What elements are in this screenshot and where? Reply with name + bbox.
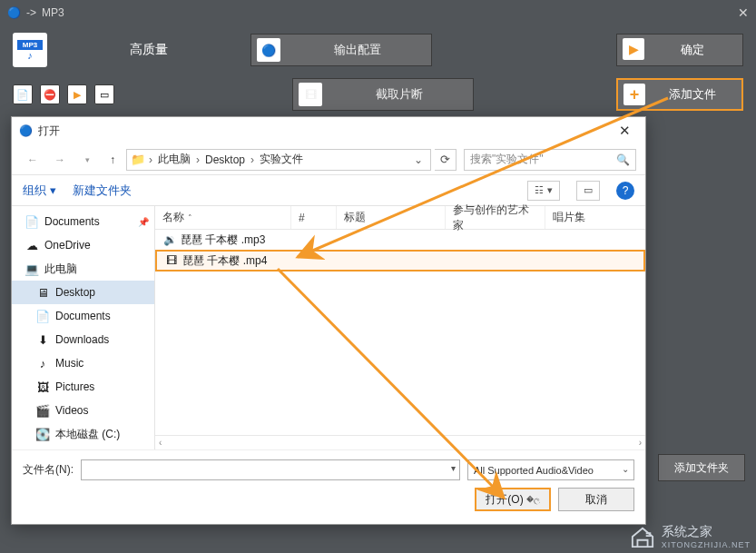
add-folder-button[interactable]: 添加文件夹 — [658, 454, 745, 481]
vid-icon: 🎬 — [35, 404, 50, 418]
desktop-icon: 🖥 — [35, 286, 50, 300]
folder-icon: 📁 — [131, 153, 145, 166]
file-row[interactable]: 🎞琵琶 千本樱 .mp4 — [155, 250, 645, 272]
confirm-label: 确定 — [681, 42, 704, 58]
col-title[interactable]: 标题 — [337, 206, 446, 229]
audio-file-icon: 🔉 — [162, 233, 177, 246]
disk-icon: 💽 — [35, 428, 50, 441]
file-name: 琵琶 千本樱 .mp4 — [182, 253, 267, 269]
down-icon: ⬇ — [35, 333, 50, 347]
help-button[interactable]: ? — [616, 182, 634, 200]
file-list-header[interactable]: 名称˄ # 标题 参与创作的艺术家 唱片集 — [155, 206, 645, 230]
dialog-body: 📄Documents📌☁OneDrive💻此电脑🖥Desktop📄Documen… — [12, 206, 645, 449]
nav-back-button[interactable]: ← — [21, 149, 44, 171]
dialog-icon: 🔵 — [19, 124, 33, 137]
tree-item-c[interactable]: 💽本地磁盘 (C:) — [12, 422, 154, 446]
watermark: 系统之家 XITONGZHIJIA.NET — [629, 524, 751, 549]
title-format: MP3 — [42, 6, 64, 19]
doc-icon: 📄 — [35, 310, 50, 323]
add-file-button[interactable]: + 添加文件 — [616, 78, 743, 111]
organize-menu[interactable]: 组织 ▾ — [23, 183, 56, 199]
watermark-sub: XITONGZHIJIA.NET — [662, 540, 751, 549]
app-close-button[interactable]: ✕ — [738, 5, 749, 20]
pc-icon: 💻 — [25, 262, 39, 276]
search-icon: 🔍 — [616, 153, 630, 166]
tree-item-documents[interactable]: 📄Documents📌 — [12, 210, 154, 233]
file-rows[interactable]: 🔉琵琶 千本樱 .mp3🎞琵琶 千本樱 .mp4 — [155, 230, 645, 435]
cloud-icon: ☁ — [25, 239, 39, 252]
tool-btn-4[interactable]: ▭ — [94, 84, 114, 104]
dialog-navbar: ← → ▾ ↑ 📁 › 此电脑 › Desktop › 实验文件 ⌄ ⟳ 搜索"… — [12, 144, 645, 175]
watermark-text: 系统之家 — [662, 524, 751, 540]
plus-icon: + — [623, 84, 645, 105]
breadcrumb-root[interactable]: 此电脑 — [156, 152, 192, 167]
col-name[interactable]: 名称˄ — [155, 206, 291, 229]
app-titlebar: 🔵 -> MP3 ✕ — [0, 0, 756, 25]
quality-label: 高质量 — [58, 42, 240, 58]
file-row[interactable]: 🔉琵琶 千本樱 .mp3 — [155, 230, 645, 250]
nav-forward-button[interactable]: → — [48, 149, 72, 171]
tree-item-videos[interactable]: 🎬Videos — [12, 399, 154, 422]
refresh-button[interactable]: ⟳ — [435, 149, 457, 171]
cut-segment-label: 截取片断 — [376, 86, 423, 103]
tree-item-downloads[interactable]: ⬇Downloads — [12, 328, 154, 351]
search-input[interactable]: 搜索"实验文件" 🔍 — [464, 149, 636, 171]
file-type-filter[interactable]: All Supported Audio&Video⌄ — [467, 459, 634, 480]
view-mode-button[interactable]: ☷ ▾ — [527, 181, 560, 201]
tree-item-music[interactable]: ♪Music — [12, 351, 154, 375]
app-toolbar: MP3 ♪ 高质量 🔵 输出配置 ▶ 确定 — [0, 25, 756, 74]
add-file-label: 添加文件 — [669, 86, 716, 103]
video-file-icon: 🎞 — [164, 254, 179, 267]
tree-item-pictures[interactable]: 🖼Pictures — [12, 375, 154, 399]
dialog-toolbar: 组织 ▾ 新建文件夹 ☷ ▾ ▭ ? — [12, 175, 645, 206]
breadcrumb-dropdown[interactable]: ⌄ — [410, 153, 427, 166]
dialog-titlebar: 🔵 打开 ✕ — [12, 117, 645, 144]
tool-btn-1[interactable]: 📄 — [13, 84, 33, 104]
nav-up-button[interactable]: ↑ — [103, 150, 123, 170]
h-scrollbar[interactable]: ‹› — [155, 435, 645, 449]
dialog-footer: 文件名(N): ▾ All Supported Audio&Video⌄ 打开(… — [12, 449, 645, 524]
play-button[interactable]: ▶ — [67, 84, 87, 104]
col-artist[interactable]: 参与创作的艺术家 — [446, 206, 545, 229]
gear-icon: 🔵 — [257, 38, 280, 62]
film-icon: 🎞 — [299, 83, 322, 106]
nav-tree[interactable]: 📄Documents📌☁OneDrive💻此电脑🖥Desktop📄Documen… — [12, 206, 155, 449]
pin-icon: 📌 — [138, 217, 149, 227]
tool-btn-2[interactable]: ⛔ — [40, 84, 60, 104]
tree-item-desktop[interactable]: 🖥Desktop — [12, 281, 154, 304]
pic-icon: 🖼 — [35, 380, 50, 394]
dialog-close-button[interactable]: ✕ — [612, 121, 638, 141]
filename-label: 文件名(N): — [23, 462, 74, 478]
app-toolbar-secondary: 📄 ⛔ ▶ ▭ 🎞 截取片断 + 添加文件 — [0, 74, 756, 120]
col-album[interactable]: 唱片集 — [545, 206, 645, 229]
nav-recent-button[interactable]: ▾ — [75, 149, 99, 171]
breadcrumb-p1[interactable]: Desktop — [203, 153, 247, 166]
cancel-button[interactable]: 取消 — [558, 488, 634, 511]
tree-item-[interactable]: 💻此电脑 — [12, 257, 154, 281]
filename-input[interactable]: ▾ — [81, 459, 460, 480]
output-config-label: 输出配置 — [334, 42, 381, 58]
cut-segment-button[interactable]: 🎞 截取片断 — [292, 78, 474, 111]
format-badge-text: MP3 — [17, 40, 43, 50]
dialog-title: 打开 — [38, 123, 60, 139]
preview-pane-button[interactable]: ▭ — [576, 181, 600, 201]
music-icon: ♪ — [35, 357, 50, 370]
breadcrumb-p2[interactable]: 实验文件 — [258, 152, 305, 167]
new-folder-button[interactable]: 新建文件夹 — [73, 183, 132, 199]
col-num[interactable]: # — [291, 206, 337, 229]
tree-item-documents[interactable]: 📄Documents — [12, 304, 154, 328]
doc-icon: 📄 — [25, 215, 39, 229]
format-badge[interactable]: MP3 ♪ — [13, 33, 47, 67]
arrow-icon: ▶ — [623, 38, 644, 60]
file-list: 名称˄ # 标题 参与创作的艺术家 唱片集 🔉琵琶 千本樱 .mp3🎞琵琶 千本… — [155, 206, 645, 449]
breadcrumb[interactable]: 📁 › 此电脑 › Desktop › 实验文件 ⌄ — [126, 149, 431, 171]
open-button[interactable]: 打开(O)�ල — [475, 488, 551, 511]
output-config-button[interactable]: 🔵 输出配置 — [250, 34, 432, 66]
app-icon: 🔵 — [7, 6, 21, 19]
file-name: 琵琶 千本樱 .mp3 — [181, 232, 265, 248]
tree-item-onedrive[interactable]: ☁OneDrive — [12, 233, 154, 257]
confirm-button[interactable]: ▶ 确定 — [616, 34, 743, 66]
watermark-logo — [629, 525, 656, 548]
search-placeholder: 搜索"实验文件" — [470, 152, 544, 167]
side-panel: 添加文件夹 — [658, 454, 745, 481]
